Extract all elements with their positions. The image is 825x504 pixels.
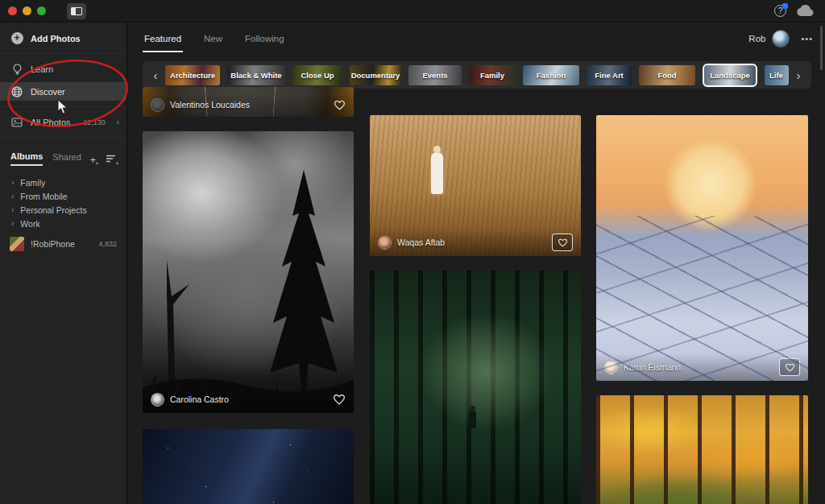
- photo-card-bw-trees[interactable]: Carolina Castro: [143, 131, 354, 413]
- album-item-robiphone[interactable]: !RobiPhone 4,832: [0, 233, 126, 254]
- more-menu-button[interactable]: •••: [801, 34, 813, 43]
- photo-credit-bar: Katrin Eismann: [596, 353, 808, 381]
- category-chip-black-white[interactable]: Black & White: [227, 65, 285, 85]
- category-chip-architecture[interactable]: Architecture: [165, 65, 220, 85]
- lightbulb-icon: [10, 64, 23, 75]
- category-chip-documentary[interactable]: Documentary: [350, 65, 401, 85]
- heart-icon: [785, 363, 795, 372]
- categories-prev-button[interactable]: ‹: [149, 68, 162, 82]
- plus-icon: +: [11, 32, 23, 44]
- discover-label: Discover: [31, 87, 65, 97]
- sidebar-item-discover[interactable]: Discover: [0, 82, 126, 101]
- main-content: Featured New Following Rob ••• ‹ Archite…: [127, 23, 824, 504]
- categories-next-button[interactable]: ›: [792, 68, 805, 82]
- divider: [0, 137, 126, 138]
- zoom-window-button[interactable]: [37, 6, 46, 15]
- photo-card-sunset[interactable]: Katrin Eismann: [596, 115, 808, 381]
- photo-credit-bar: Carolina Castro: [143, 386, 354, 413]
- learn-label: Learn: [31, 64, 53, 74]
- tab-albums[interactable]: Albums: [10, 151, 43, 166]
- sidebar-toggle-button[interactable]: [67, 3, 86, 19]
- category-chip-life[interactable]: Life: [765, 65, 789, 85]
- folder-label: Personal Projects: [20, 205, 86, 215]
- photo-card-road[interactable]: Valentinos Loucaides: [143, 87, 354, 117]
- photo-card-field[interactable]: Waqas Aftab: [370, 115, 581, 256]
- like-heart-button[interactable]: [552, 233, 573, 251]
- like-heart-icon[interactable]: [334, 100, 346, 110]
- heart-icon: [558, 238, 568, 247]
- chevron-right-icon: ›: [11, 178, 14, 187]
- album-label: !RobiPhone: [31, 239, 75, 249]
- category-chip-fine-art[interactable]: Fine Art: [587, 65, 632, 85]
- sidebar-item-learn[interactable]: Learn: [0, 60, 126, 78]
- sidebar-item-all-photos[interactable]: All Photos 12,130 ‹: [0, 113, 126, 131]
- album-folder-work[interactable]: › Work: [0, 217, 126, 230]
- feed-tabs: Featured New Following: [143, 25, 286, 52]
- category-chip-fashion[interactable]: Fashion: [523, 65, 579, 85]
- photo-credit[interactable]: Waqas Aftab: [397, 238, 445, 247]
- notification-dot: [782, 3, 788, 9]
- all-photos-label: All Photos: [31, 118, 71, 127]
- category-chip-close-up[interactable]: Close Up: [292, 65, 342, 85]
- category-chip-events[interactable]: Events: [408, 65, 462, 85]
- help-button[interactable]: ?: [774, 5, 786, 17]
- tab-featured[interactable]: Featured: [143, 25, 183, 52]
- photo-credit[interactable]: Katrin Eismann: [624, 362, 681, 372]
- user-name: Rob: [748, 34, 765, 43]
- category-chip-food[interactable]: Food: [639, 65, 695, 85]
- photo-card-autumn-forest[interactable]: [596, 395, 808, 504]
- sidebar: + Add Photos Learn Discover All Photos 1…: [0, 23, 127, 504]
- person-figure: [469, 411, 476, 428]
- tab-new[interactable]: New: [202, 25, 224, 52]
- cloud-sync-button[interactable]: [796, 5, 815, 18]
- tab-shared[interactable]: Shared: [52, 152, 81, 165]
- divider: [0, 53, 126, 54]
- albums-header: Albums Shared +▾ ▾: [0, 143, 126, 171]
- user-avatar[interactable]: [772, 30, 790, 48]
- avatar[interactable]: [604, 361, 618, 374]
- album-thumbnail: [10, 237, 24, 251]
- person-figure: [431, 152, 443, 194]
- like-heart-button[interactable]: [779, 358, 800, 376]
- photo-credit[interactable]: Valentinos Loucaides: [170, 100, 250, 109]
- photo-card-night-sky[interactable]: [143, 429, 354, 504]
- category-chips: Architecture Black & White Close Up Docu…: [165, 64, 789, 87]
- avatar[interactable]: [151, 98, 164, 112]
- pine-tree-silhouette: [143, 131, 354, 413]
- collapse-panel-chevron[interactable]: ‹: [117, 118, 126, 126]
- folder-label: Work: [20, 219, 39, 229]
- add-photos-button[interactable]: + Add Photos: [0, 29, 126, 48]
- chevron-right-icon: ›: [11, 219, 14, 228]
- minimize-window-button[interactable]: [23, 6, 31, 15]
- sort-albums-button[interactable]: ▾: [106, 151, 118, 166]
- window-titlebar: ?: [0, 0, 825, 23]
- avatar[interactable]: [378, 236, 392, 250]
- folder-label: Family: [20, 178, 45, 188]
- sort-icon: [106, 155, 116, 163]
- photo-card-forest[interactable]: [370, 271, 581, 504]
- category-chip-family[interactable]: Family: [469, 65, 516, 85]
- album-folder-personal-projects[interactable]: › Personal Projects: [0, 203, 126, 217]
- tab-following[interactable]: Following: [243, 25, 286, 52]
- cloud-icon: [796, 5, 815, 18]
- photo-credit[interactable]: Carolina Castro: [170, 395, 229, 404]
- album-folder-from-mobile[interactable]: › From Mobile: [0, 189, 126, 203]
- category-chip-landscape-selected[interactable]: Landscape: [703, 64, 757, 87]
- category-bar: ‹ Architecture Black & White Close Up Do…: [143, 61, 811, 89]
- album-count: 4,832: [98, 240, 126, 248]
- main-header: Featured New Following Rob •••: [127, 23, 824, 55]
- add-photos-label: Add Photos: [31, 34, 81, 43]
- avatar[interactable]: [151, 393, 164, 407]
- globe-icon: [10, 86, 23, 97]
- divider: [0, 106, 126, 107]
- add-album-button[interactable]: +▾: [89, 154, 98, 166]
- album-folder-family[interactable]: › Family: [0, 176, 126, 189]
- photos-icon: [10, 118, 23, 127]
- photo-credit-bar: Valentinos Loucaides: [143, 93, 354, 117]
- chevron-right-icon: ›: [11, 192, 14, 200]
- close-window-button[interactable]: [8, 6, 17, 15]
- scrollbar-thumb[interactable]: [820, 26, 823, 70]
- all-photos-count: 12,130: [83, 118, 110, 126]
- photo-credit-bar: Waqas Aftab: [370, 229, 581, 256]
- like-heart-icon[interactable]: [333, 394, 346, 405]
